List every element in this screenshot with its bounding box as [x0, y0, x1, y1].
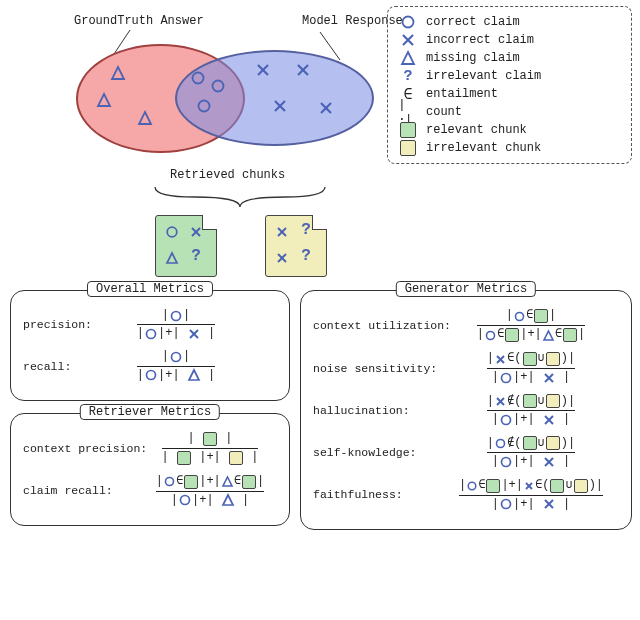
svg-point-6: [213, 81, 224, 92]
svg-point-52: [497, 439, 505, 447]
metric-label: recall:: [23, 360, 131, 373]
svg-point-32: [172, 352, 181, 361]
legend: correct claim incorrect claim missing cl…: [387, 6, 632, 164]
irrelevant-chunk: ? ?: [265, 215, 327, 277]
metric-claim-recall: claim recall: |∈|+|∈| ||+| |: [23, 475, 279, 507]
cross-icon: [255, 62, 271, 78]
relevant-chunk: ?: [155, 215, 217, 277]
legend-label: irrelevant chunk: [426, 141, 541, 155]
svg-point-33: [147, 371, 156, 380]
gt-answer-label: GroundTruth Answer: [74, 14, 204, 28]
diagram-root: GroundTruth Answer Model Response Retrie…: [0, 0, 640, 620]
svg-marker-36: [223, 477, 232, 486]
retrieved-chunks-label: Retrieved chunks: [170, 168, 285, 182]
svg-point-49: [501, 415, 510, 424]
metric-label: noise sensitivity:: [313, 362, 435, 375]
svg-marker-4: [139, 112, 151, 124]
metric-context-utilization: context utilization: |∈| |∈|+|∈|: [313, 309, 621, 342]
metric-faithfulness: faithfulness: |∈|+|∈(∪)| ||+| |: [313, 479, 621, 511]
metric-panels: Overall Metrics precision: || ||+| | rec…: [10, 290, 632, 530]
cross-icon: [398, 33, 418, 47]
svg-point-35: [165, 478, 173, 486]
question-icon: ?: [298, 248, 314, 264]
green-chip: [400, 122, 416, 138]
cross-icon: [188, 224, 204, 240]
svg-point-40: [486, 331, 494, 339]
metric-label: hallucination:: [313, 404, 435, 417]
svg-marker-2: [112, 67, 124, 79]
metric-recall: recall: || ||+| |: [23, 350, 279, 381]
cross-icon: [274, 224, 290, 240]
svg-point-56: [468, 482, 476, 490]
svg-marker-3: [98, 94, 110, 106]
metric-hallucination: hallucination: |∉(∪)| ||+| |: [313, 394, 621, 426]
svg-point-16: [167, 227, 177, 237]
circle-icon: [190, 70, 206, 86]
legend-label: relevant chunk: [426, 123, 527, 137]
legend-label: incorrect claim: [426, 33, 534, 47]
svg-point-29: [147, 329, 156, 338]
circle-icon: [398, 15, 418, 29]
metric-label: context precision:: [23, 442, 135, 455]
svg-point-5: [193, 73, 204, 84]
overall-metrics-panel: Overall Metrics precision: || ||+| | rec…: [10, 290, 290, 401]
svg-marker-34: [189, 370, 199, 380]
svg-point-59: [501, 500, 510, 509]
brace-icon: [150, 185, 330, 205]
metric-self-knowledge: self-knowledge: |∉(∪)| ||+| |: [313, 436, 621, 468]
svg-point-28: [172, 311, 181, 320]
panel-title: Retriever Metrics: [80, 404, 220, 420]
svg-point-44: [501, 373, 510, 382]
metric-label: context utilization:: [313, 319, 435, 332]
metric-label: self-knowledge:: [313, 446, 435, 459]
legend-label: irrelevant claim: [426, 69, 541, 83]
legend-label: count: [426, 105, 462, 119]
question-icon: ?: [188, 248, 204, 264]
legend-label: entailment: [426, 87, 498, 101]
svg-marker-38: [223, 495, 233, 505]
svg-marker-41: [544, 331, 553, 340]
cross-icon: [274, 250, 290, 266]
triangle-icon: [110, 65, 126, 81]
metric-label: faithfulness:: [313, 488, 435, 501]
question-icon: ?: [298, 222, 314, 238]
svg-point-24: [403, 17, 414, 28]
metric-context-precision: context precision: | | | |+| |: [23, 432, 279, 465]
metric-label: claim recall:: [23, 484, 135, 497]
cross-icon: [272, 98, 288, 114]
panel-title: Generator Metrics: [396, 281, 536, 297]
metric-precision: precision: || ||+| |: [23, 309, 279, 340]
question-icon: ?: [398, 68, 418, 85]
generator-metrics-panel: Generator Metrics context utilization: |…: [300, 290, 632, 530]
triangle-icon: [96, 92, 112, 108]
cross-icon: [295, 62, 311, 78]
circle-icon: [164, 224, 180, 240]
svg-marker-19: [167, 253, 177, 263]
svg-point-53: [501, 457, 510, 466]
circle-icon: [210, 78, 226, 94]
metric-label: precision:: [23, 318, 131, 331]
svg-point-39: [515, 312, 523, 320]
metric-noise-sensitivity: noise sensitivity: |∈(∪)| ||+| |: [313, 352, 621, 384]
venn-diagram: GroundTruth Answer Model Response Retrie…: [40, 20, 380, 200]
legend-label: correct claim: [426, 15, 520, 29]
svg-point-7: [199, 101, 210, 112]
retriever-metrics-panel: Retriever Metrics context precision: | |…: [10, 413, 290, 526]
legend-label: missing claim: [426, 51, 520, 65]
svg-marker-27: [402, 52, 414, 64]
cross-icon: [318, 100, 334, 116]
yellow-chip: [400, 140, 416, 156]
triangle-icon: [137, 110, 153, 126]
triangle-icon: [164, 250, 180, 266]
circle-icon: [196, 98, 212, 114]
svg-point-37: [180, 496, 189, 505]
triangle-icon: [398, 51, 418, 65]
panel-title: Overall Metrics: [87, 281, 213, 297]
